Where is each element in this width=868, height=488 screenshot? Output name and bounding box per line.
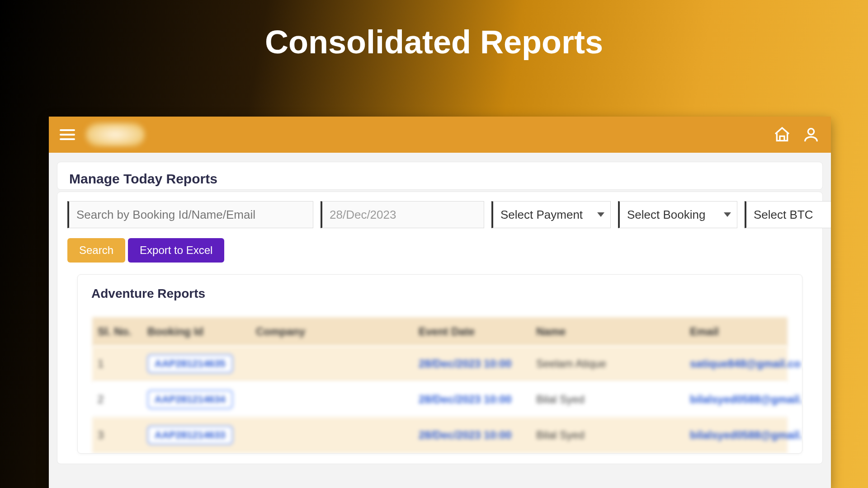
cell-slno: 2 [98,393,147,406]
home-icon[interactable] [773,126,791,144]
export-button[interactable]: Export to Excel [128,238,224,263]
cell-eventdate[interactable]: 28/Dec/2023 10:00 [419,429,536,441]
col-name: Name [536,325,690,338]
table-title: Adventure Reports [78,283,802,309]
cell-name: Bilal Syed [536,393,690,406]
cell-eventdate[interactable]: 28/Dec/2023 10:00 [419,393,536,406]
page-title: Consolidated Reports [0,23,868,61]
cell-name: Bilal Syed [536,429,690,441]
table-header-row: Sl. No. Booking Id Company Event Date Na… [92,317,788,346]
col-bookingid: Booking Id [147,325,256,338]
table-row: 3 AAP281214633 28/Dec/2023 10:00 Bilal S… [92,418,788,453]
app-header [49,117,831,153]
panel-heading-card: Manage Today Reports [57,162,823,190]
col-slno: Sl. No. [98,325,147,338]
col-email: Email [690,325,782,338]
cell-bookingid[interactable]: AAP281214634 [147,390,256,409]
user-icon[interactable] [802,126,820,144]
payment-select[interactable]: Select Payment [491,201,611,228]
table-row: 2 AAP281214634 28/Dec/2023 10:00 Bilal S… [92,382,788,418]
cell-email[interactable]: bilalsyed0588@gmail. [690,393,802,406]
table-card: Adventure Reports Sl. No. Booking Id Com… [77,274,802,454]
col-eventdate: Event Date [419,325,536,338]
table-row: 1 AAP281214635 28/Dec/2023 10:00 Seelam … [92,346,788,382]
reports-table: Sl. No. Booking Id Company Event Date Na… [92,317,788,453]
booking-select[interactable]: Select Booking [618,201,737,228]
svg-point-0 [808,129,814,135]
hamburger-icon[interactable] [60,126,78,144]
cell-slno: 1 [98,357,147,370]
date-input[interactable] [321,201,484,228]
cell-email[interactable]: bilalsyed0588@gmail. [690,429,802,441]
cell-name: Seelam Atique [536,357,690,370]
cell-slno: 3 [98,429,147,441]
app-window: Manage Today Reports Select Payment Sele… [49,117,831,488]
panel-title: Manage Today Reports [69,171,811,187]
cell-bookingid[interactable]: AAP281214635 [147,354,256,373]
cell-email[interactable]: satique848@gmail.co [690,357,801,370]
app-logo [86,123,145,146]
filter-panel: Select Payment Select Booking Select BTC… [57,192,823,464]
col-company: Company [256,325,419,338]
cell-eventdate[interactable]: 28/Dec/2023 10:00 [419,357,536,370]
search-button[interactable]: Search [67,238,125,263]
search-input[interactable] [67,201,313,228]
cell-bookingid[interactable]: AAP281214633 [147,426,256,445]
btc-select[interactable]: Select BTC [745,201,831,228]
